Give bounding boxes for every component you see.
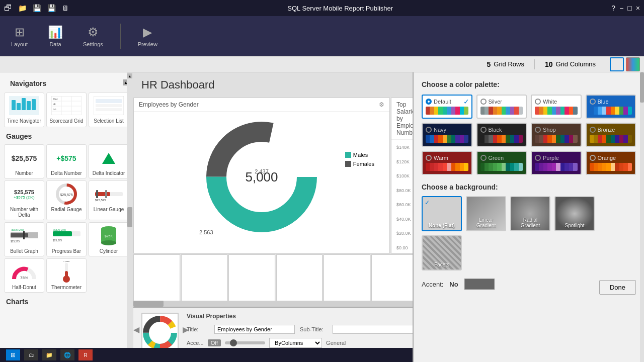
palette-black[interactable]: Black (476, 123, 527, 147)
taskbar-icon-1[interactable]: 🗂 (24, 349, 38, 360)
navigator-items: Time Navigator Cat Hi Lo (0, 90, 133, 129)
grid-cell-5[interactable] (324, 254, 370, 305)
close-button[interactable]: × (636, 4, 640, 12)
palette-bronze[interactable]: Bronze (586, 123, 636, 147)
svg-rect-1 (12, 100, 16, 110)
title-input[interactable] (214, 325, 295, 334)
males-legend-label: Males (353, 152, 368, 158)
dashboard-title: HR Dashboard (141, 78, 215, 92)
theme-color-button-2[interactable] (626, 57, 640, 71)
grid-cell-3[interactable] (228, 254, 275, 305)
help-button[interactable]: ? (611, 4, 615, 12)
cylinder-item[interactable]: $25K Cylinder (89, 222, 129, 256)
palette-purple[interactable]: Purple (531, 151, 582, 175)
thermometer-icon: 7,530 (51, 261, 82, 284)
palette-scrollbar[interactable] (640, 72, 644, 362)
settings-label: Settings (83, 41, 103, 47)
palette-black-label: Black (489, 127, 502, 133)
palette-scrollbar-thumb[interactable] (640, 72, 644, 103)
radial-gauge-label: Radial Gauge (51, 207, 82, 212)
delta-number-icon: +$575 (51, 147, 82, 169)
progress-bar-item[interactable]: $25,575 +$575 (2%) Progress Bar (46, 222, 87, 256)
total-count: 5,000 (245, 169, 278, 185)
bg-spotlight[interactable]: Spotlight (554, 196, 595, 231)
bg-none-check: ✓ (425, 199, 430, 206)
palette-silver[interactable]: Silver (476, 95, 527, 119)
bars-container (412, 145, 412, 250)
data-button[interactable]: 📊 Data (43, 22, 68, 50)
bullet-graph-item[interactable]: $25,575 +$575 (2%) Bullet Graph (4, 222, 44, 256)
thermometer-item[interactable]: 7,530 Thermometer (46, 258, 87, 293)
number-with-delta-item[interactable]: $25,575 +$575 (2%) Number with Delta (4, 180, 44, 220)
taskbar-app-icon[interactable]: R (78, 349, 93, 360)
grid-cell-6[interactable] (371, 254, 418, 305)
palette-warm-label: Warm (434, 155, 448, 161)
palette-blue[interactable]: Blue (586, 95, 636, 119)
taskbar-icon-2[interactable]: 📁 (42, 349, 56, 360)
accent-color-swatch[interactable] (464, 279, 495, 290)
palette-navy-label: Navy (434, 127, 446, 133)
done-button[interactable]: Done (599, 280, 636, 295)
maximize-button[interactable]: □ (627, 4, 631, 12)
taskbar-icon-3[interactable]: 🌐 (60, 349, 74, 360)
delta-number-item[interactable]: +$575 Delta Number (46, 144, 87, 178)
start-button[interactable]: ⊞ (6, 349, 20, 360)
palette-white-radio (535, 99, 541, 105)
sidebar-scroll-up[interactable]: ▲ (127, 73, 132, 78)
sidebar: Navigators ▲ Time Navigator (0, 72, 133, 362)
linear-gauge-item[interactable]: $25,575 Linear Gauge (89, 180, 129, 220)
palette-shop[interactable]: Shop (531, 123, 582, 147)
bg-none-flat[interactable]: ✓ None (Flat) (422, 196, 462, 231)
palette-white[interactable]: White (531, 95, 582, 119)
preview-button[interactable]: ▶ Preview (133, 22, 163, 50)
svg-marker-19 (102, 153, 115, 164)
grid-cell-1[interactable] (133, 254, 180, 305)
scorecard-grid-item[interactable]: Cat Hi Lo Scorecard Grid (46, 93, 87, 127)
toggle-off-label[interactable]: Off (208, 339, 221, 346)
half-donut-item[interactable]: 75% Half-Donut (4, 258, 44, 293)
palette-orange[interactable]: Orange (586, 151, 636, 175)
palette-shop-radio (535, 127, 541, 133)
layout-button[interactable]: ⊞ Layout (6, 22, 33, 50)
half-donut-icon: 75% (9, 261, 39, 284)
slider-track[interactable] (225, 341, 265, 344)
svg-rect-26 (105, 190, 107, 198)
palette-navy-swatches (426, 135, 468, 143)
scroll-left-arrow[interactable]: ◀ (133, 325, 139, 334)
grid-cell-2[interactable] (181, 254, 228, 305)
palette-default-label: Default (434, 99, 451, 105)
grid-cell-4[interactable] (276, 254, 323, 305)
canvas-scrollbar-thumb[interactable] (133, 301, 164, 307)
scroll-right-arrow[interactable]: ▶ (183, 325, 189, 334)
palette-navy[interactable]: Navy (422, 123, 472, 147)
window-controls[interactable]: ? − □ × (611, 4, 640, 12)
bg-facets[interactable]: Facets (422, 235, 462, 270)
general-label: General (326, 340, 346, 346)
delta-indicator-item[interactable]: Delta Indicator (89, 144, 129, 178)
minimize-button[interactable]: − (619, 4, 623, 12)
number-gauge-label: Number (15, 170, 33, 176)
subtitle-input[interactable] (333, 325, 413, 334)
palette-green[interactable]: Green (476, 151, 527, 175)
palette-default-radio (426, 99, 432, 105)
canvas-scrollbar[interactable] (133, 301, 418, 307)
palette-navy-radio (426, 127, 432, 133)
taskbar-items: ⊞ 🗂 📁 🌐 R (6, 349, 93, 360)
toolbar: ⊞ Layout 📊 Data ⚙ Settings ▶ Preview (0, 16, 644, 56)
slider-thumb[interactable] (230, 339, 237, 346)
bg-radial-gradient[interactable]: RadialGradient (510, 196, 550, 231)
chart-settings-icon[interactable]: ⚙ (379, 101, 384, 108)
settings-button[interactable]: ⚙ Settings (78, 22, 108, 50)
number-gauge-item[interactable]: $25,575 Number (4, 144, 44, 178)
radial-gauge-item[interactable]: $25,575 Radial Gauge (46, 180, 87, 220)
bg-linear-gradient[interactable]: LinearGradient (466, 196, 506, 231)
half-donut-label: Half-Donut (12, 285, 36, 290)
palette-warm[interactable]: Warm (422, 151, 472, 175)
palette-default[interactable]: Default ✓ (422, 95, 472, 119)
palette-green-swatches (480, 163, 523, 171)
theme-color-button-1[interactable] (610, 57, 624, 71)
grid-cols-info: 10 Grid Columns (545, 60, 596, 68)
time-navigator-item[interactable]: Time Navigator (4, 93, 44, 127)
selection-list-item[interactable]: Selection List (89, 93, 129, 127)
by-columns-dropdown[interactable]: ByColumns (269, 338, 322, 348)
